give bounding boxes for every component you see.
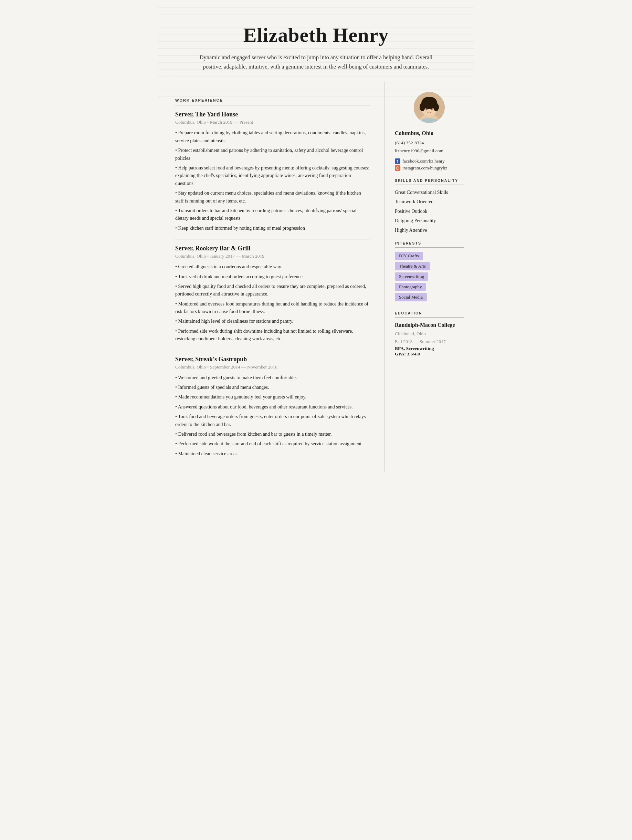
skill-4: Outgoing Personality <box>395 217 464 224</box>
job-1: Server, The Yard House Columbus, Ohio • … <box>175 111 370 232</box>
job-3-bullet-3: • Made recommendations you genuinely fee… <box>175 393 370 401</box>
right-column: Columbus, Ohio (614) 352-8324 lizhenry19… <box>385 82 474 472</box>
contact-block: Columbus, Ohio (614) 352-8324 lizhenry19… <box>395 128 464 155</box>
job-1-bullet-2: • Protect establishment and patrons by a… <box>175 147 370 162</box>
job-2-title: Server, Rookery Bar & Grill <box>175 245 370 252</box>
job-2-bullet-4: • Monitored and oversees food temperatur… <box>175 300 370 316</box>
svg-point-7 <box>422 97 436 105</box>
interests-label: INTERESTS <box>395 241 464 245</box>
left-column: WORK EXPERIENCE Server, The Yard House C… <box>158 82 385 472</box>
education-divider <box>395 317 464 317</box>
job-3-bullet-6: • Delivered food and beverages from kitc… <box>175 431 370 438</box>
facebook-icon: f <box>395 158 400 164</box>
interest-3: Screenwriting <box>395 272 428 281</box>
skills-divider <box>395 185 464 185</box>
job-3-bullets: • Welcomed and greeted guests to make th… <box>175 374 370 458</box>
svg-point-17 <box>399 166 399 167</box>
interest-4: Photography <box>395 283 426 291</box>
skill-5: Highly Attentive <box>395 227 464 234</box>
job-divider-2 <box>175 350 370 350</box>
facebook-url: facebook.com/liz.henry <box>402 158 445 164</box>
facebook-link: f facebook.com/liz.henry <box>395 158 464 164</box>
svg-point-11 <box>431 108 433 109</box>
avatar-illustration <box>414 92 445 123</box>
edu-gpa: GPA: 3.6/4.0 <box>395 351 464 357</box>
job-3-bullet-8: • Maintained clean service areas. <box>175 450 370 458</box>
interest-1: DIY Crafts <box>395 252 423 260</box>
job-3-bullet-7: • Performed side work at the start and e… <box>175 440 370 448</box>
skill-3: Positive Outlook <box>395 208 464 215</box>
interests-list: DIY Crafts Theatre & Arts Screenwriting … <box>395 252 464 303</box>
work-experience-divider <box>175 105 370 106</box>
job-2-bullet-3: • Served high quality food and checked a… <box>175 283 370 298</box>
skill-2: Teamwork Oriented <box>395 198 464 205</box>
candidate-name: Elizabeth Henry <box>179 24 453 46</box>
job-1-location-date: Columbus, Ohio • March 2019 — Present <box>175 120 370 125</box>
tagline: Dynamic and engaged server who is excite… <box>195 53 437 71</box>
edu-dates: Fall 2013 — Summer 2017 <box>395 338 464 346</box>
education-label: EDUCATION <box>395 311 464 315</box>
instagram-icon <box>395 165 400 171</box>
body-wrapper: WORK EXPERIENCE Server, The Yard House C… <box>158 82 474 485</box>
instagram-url: instagram.com/hungryliz <box>402 165 447 171</box>
work-experience-label: WORK EXPERIENCE <box>175 98 370 102</box>
svg-point-5 <box>419 103 425 111</box>
avatar-container <box>395 92 464 123</box>
contact-email: lizhenry1990@gmail.com <box>395 147 464 155</box>
svg-rect-15 <box>395 165 400 171</box>
job-2-bullets: • Greeted all guests in a courteous and … <box>175 263 370 343</box>
edu-degree: BFA, Screenwriting <box>395 346 464 351</box>
job-2-bullet-5: • Maintained high level of cleanliness f… <box>175 317 370 325</box>
skill-1: Great Conversational Skills <box>395 189 464 196</box>
job-3-location-date: Columbus, Ohio • September 2014 — Novemb… <box>175 365 370 370</box>
job-3: Server, Streak's Gastropub Columbus, Ohi… <box>175 356 370 458</box>
job-1-bullet-3: • Help patrons select food and beverages… <box>175 164 370 187</box>
interests-divider <box>395 247 464 248</box>
job-1-bullets: • Prepare room for dining by clothing ta… <box>175 129 370 232</box>
job-2: Server, Rookery Bar & Grill Columbus, Oh… <box>175 245 370 343</box>
job-2-bullet-1: • Greeted all guests in a courteous and … <box>175 263 370 271</box>
svg-point-6 <box>433 103 439 111</box>
job-divider-1 <box>175 239 370 239</box>
interest-2: Theatre & Arts <box>395 262 430 270</box>
skills-list: Great Conversational Skills Teamwork Ori… <box>395 189 464 234</box>
interest-5: Social Media <box>395 293 427 302</box>
resume-page: Elizabeth Henry Dynamic and engaged serv… <box>158 7 474 485</box>
education-block: Randolph-Macon College Cincinnati, Ohio … <box>395 322 464 357</box>
job-2-location-date: Columbus, Ohio • January 2017 — March 20… <box>175 253 370 259</box>
job-3-bullet-1: • Welcomed and greeted guests to make th… <box>175 374 370 382</box>
svg-point-10 <box>426 108 428 109</box>
job-1-bullet-1: • Prepare room for dining by clothing ta… <box>175 129 370 145</box>
job-2-bullet-6: • Performed side work during shift downt… <box>175 327 370 343</box>
header-section: Elizabeth Henry Dynamic and engaged serv… <box>158 7 474 82</box>
job-1-bullet-4: • Stay updated on current menu choices, … <box>175 189 370 205</box>
job-3-bullet-2: • Informed guests of specials and menu c… <box>175 384 370 391</box>
contact-location: Columbus, Ohio <box>395 128 464 138</box>
instagram-link: instagram.com/hungryliz <box>395 165 464 171</box>
job-3-bullet-5: • Took food and beverage orders from gue… <box>175 413 370 428</box>
skills-label: SKILLS AND PERSONALITY <box>395 178 464 183</box>
avatar <box>414 92 445 123</box>
edu-school: Randolph-Macon College <box>395 322 464 329</box>
edu-location: Cincinnati, Ohio <box>395 330 464 338</box>
job-2-bullet-2: • Took verbal drink and meal orders acco… <box>175 273 370 281</box>
job-3-title: Server, Streak's Gastropub <box>175 356 370 363</box>
job-1-bullet-6: • Keep kitchen staff informed by noting … <box>175 224 370 232</box>
job-1-bullet-5: • Transmit orders to bar and kitchen by … <box>175 207 370 223</box>
contact-phone: (614) 352-8324 <box>395 139 464 147</box>
job-1-title: Server, The Yard House <box>175 111 370 118</box>
job-3-bullet-4: • Answered questions about our food, bev… <box>175 403 370 411</box>
